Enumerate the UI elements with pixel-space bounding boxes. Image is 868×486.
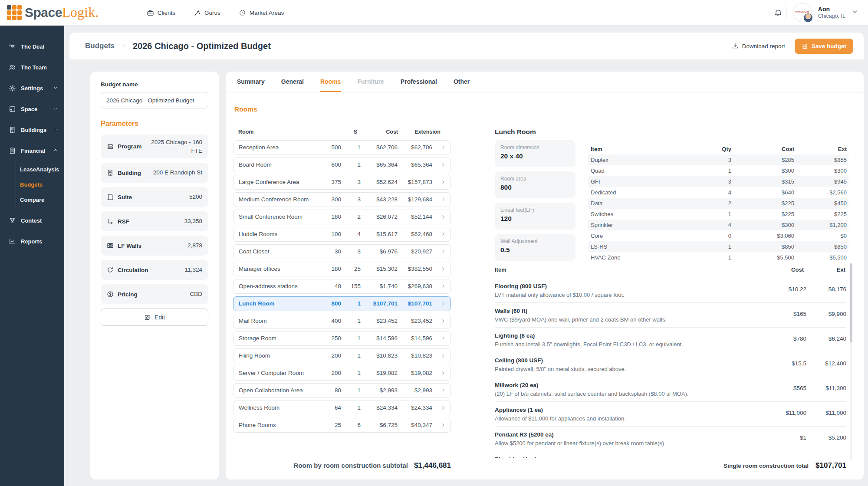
room-row[interactable]: Board Room 600 1 $65,364 $65,364 <box>233 158 451 172</box>
room-row[interactable]: Small Conference Room 180 2 $26,072 $52,… <box>233 210 451 224</box>
avatar-text: VANDELAY <box>793 10 812 13</box>
tab[interactable]: General <box>281 72 304 92</box>
sidebar-item-space[interactable]: Space <box>0 99 64 119</box>
chevron-right-icon <box>441 144 446 151</box>
item-name: Dedicated <box>591 187 616 198</box>
param-lf-walls: LF Walls 2,878 <box>101 236 208 256</box>
room-qty: 155 <box>351 283 361 289</box>
room-cost: $24,334 <box>376 404 398 411</box>
detail-scrollbar-track[interactable] <box>850 263 852 460</box>
stat-label: Room dimension <box>500 144 570 151</box>
room-extension: $157,873 <box>408 179 432 185</box>
room-row[interactable]: Mail Room 400 1 $23,452 $23,452 <box>233 314 451 328</box>
user-menu-caret[interactable] <box>852 8 858 17</box>
param-suite: Suite 5200 <box>101 187 208 207</box>
sidebar-item-the-team[interactable]: The Team <box>0 57 64 78</box>
sidebar-item-leaseanalysis[interactable]: LeaseAnalysis <box>20 162 64 177</box>
budget-name-input[interactable] <box>101 92 208 108</box>
room-row[interactable]: Wellness Room 64 1 $24,334 $24,334 <box>233 401 451 415</box>
rooms-subtotal: Room by room construction subtotal$1,446… <box>233 461 451 470</box>
tab[interactable]: Rooms <box>320 72 341 92</box>
room-qty: 1 <box>357 300 361 307</box>
breadcrumb-budgets-link[interactable]: Budgets <box>85 42 115 50</box>
sidebar-item-contest[interactable]: Contest <box>0 210 64 231</box>
param-label: Building <box>118 170 141 176</box>
room-qty: 3 <box>357 196 361 203</box>
save-budget-button[interactable]: Save budget <box>795 39 853 54</box>
logo-text-space: Space <box>25 5 62 20</box>
sidebar-item-compare[interactable]: Compare <box>20 192 64 207</box>
room-cost: $52,624 <box>376 179 398 185</box>
nav-clients[interactable]: Clients <box>147 9 175 16</box>
room-row[interactable]: Lunch Room 800 1 $107,701 $107,701 <box>233 296 451 311</box>
item-cost: $5,500 <box>777 252 794 263</box>
construction-items-scroll-area[interactable]: Item Cost Ext Flooring (800 USF) LVT mat… <box>495 263 846 458</box>
room-row[interactable]: Phone Rooms 25 6 $6,725 $40,347 <box>233 418 451 433</box>
item-ext: $855 <box>834 154 847 165</box>
notifications-button[interactable] <box>769 4 787 21</box>
page-title: 2026 Chicago - Optimized Budget <box>133 41 271 51</box>
download-report-button[interactable]: Download report <box>732 43 785 49</box>
sidebar-item-the-deal[interactable]: The Deal <box>0 36 64 57</box>
corner-arrow-icon <box>107 218 114 225</box>
room-row[interactable]: Filing Room 200 1 $10,823 $10,823 <box>233 348 451 363</box>
user-menu[interactable]: Aon Chicago, IL <box>818 6 845 20</box>
param-rsf: RSF 33,358 <box>101 211 208 231</box>
item-ext: $5,500 <box>829 252 847 263</box>
room-row[interactable]: Large Conference Area 375 3 $52,624 $157… <box>233 175 451 190</box>
room-row[interactable]: Open Collaboration Area 80 1 $2,993 $2,9… <box>233 383 451 398</box>
chevron-down-icon <box>53 85 58 92</box>
room-row[interactable]: Coat Closet 30 3 $6,976 $20,927 <box>233 244 451 259</box>
nav-gurus[interactable]: Gurus <box>194 9 220 16</box>
room-row[interactable]: Huddle Rooms 100 4 $15,617 $62,468 <box>233 227 451 242</box>
room-name: Storage Room <box>239 335 276 342</box>
room-name: Mail Room <box>239 318 267 324</box>
tab[interactable]: Furniture <box>357 72 384 92</box>
construction-item-cost: $10.22 <box>789 286 806 292</box>
room-qty: 1 <box>357 335 361 342</box>
item-qty: 1 <box>728 165 731 176</box>
sidebar-item-label: Financial <box>21 148 45 154</box>
room-sf: 48 <box>335 283 341 289</box>
sidebar-item-financial[interactable]: Financial <box>0 140 64 161</box>
tab[interactable]: Summary <box>237 72 265 92</box>
room-name: Filing Room <box>239 352 270 359</box>
room-row[interactable]: Manager offices 180 25 $15,302 $382,550 <box>233 262 451 276</box>
room-name: Reception Area <box>239 144 279 151</box>
user-name: Aon <box>818 6 845 13</box>
nav-market-areas[interactable]: Market Areas <box>239 9 284 16</box>
room-name: Open-address stations <box>239 283 298 289</box>
sidebar-item-reports[interactable]: Reports <box>0 231 64 252</box>
edit-parameters-button[interactable]: Edit <box>101 309 208 326</box>
building-icon <box>9 126 16 134</box>
detail-scrollbar-thumb[interactable] <box>850 263 852 342</box>
sidebar-item-budgets[interactable]: Budgets <box>20 177 64 192</box>
chevron-right-icon <box>441 353 446 360</box>
user-avatar[interactable]: VANDELAY <box>793 3 812 22</box>
room-row[interactable]: Storage Room 250 1 $14,596 $14,596 <box>233 331 451 346</box>
item-name: HVAC Zone <box>591 252 620 263</box>
room-row[interactable]: Reception Area 500 1 $62,706 $62,706 <box>233 140 451 155</box>
rooms-table: Reception Area 500 1 $62,706 $62,706 Boa… <box>233 140 451 435</box>
sidebar-item-buildings[interactable]: Buildings <box>0 119 64 140</box>
room-cost: $19,082 <box>376 370 398 376</box>
sidebar-item-settings[interactable]: Settings <box>0 78 64 99</box>
param-pricing: Pricing CBD <box>101 284 208 304</box>
room-row[interactable]: Medium Conference Room 300 3 $43,228 $12… <box>233 192 451 207</box>
column-cost: Cost <box>782 144 794 154</box>
user-location: Chicago, IL <box>818 13 845 20</box>
download-report-label: Download report <box>742 43 785 49</box>
save-icon <box>802 43 808 49</box>
item-qty: 4 <box>728 187 731 198</box>
tab[interactable]: Other <box>454 72 470 92</box>
tab[interactable]: Professional <box>401 72 437 92</box>
item-ext: $2,560 <box>829 187 847 198</box>
room-sf: 180 <box>331 266 341 272</box>
room-row[interactable]: Server / Computer Room 200 1 $19,082 $19… <box>233 366 451 381</box>
spacelogik-logo[interactable]: Space Logik. <box>7 5 99 20</box>
room-row[interactable]: Open-address stations 48 155 $1,740 $269… <box>233 279 451 294</box>
room-extension: $24,334 <box>411 404 432 411</box>
column-ext: Ext <box>838 144 847 154</box>
item-name: Duplex <box>591 154 608 165</box>
column-ext: Ext <box>837 263 845 276</box>
